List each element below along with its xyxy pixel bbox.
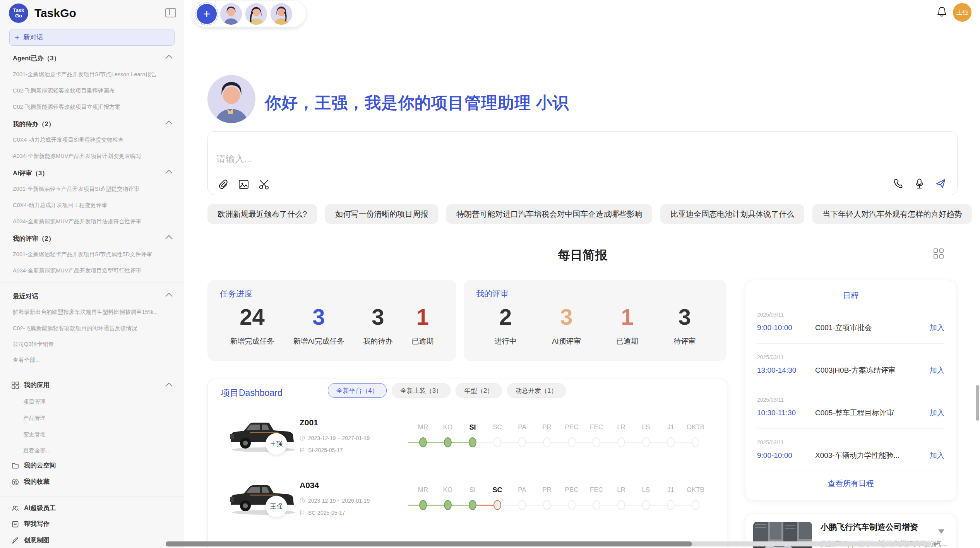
app-item-change-mgmt[interactable]: 变更管理 [23, 431, 164, 438]
avatar[interactable] [245, 3, 267, 25]
filter-pill[interactable]: 动总开发（1） [507, 383, 566, 398]
suggestion-chip[interactable]: 比亚迪全固态电池计划具体说了什么 [660, 204, 804, 224]
project-row[interactable]: 王强 Z001 2023-12-19 ~ 2027-01-19 SI-2025-… [227, 412, 722, 470]
recent-chat-item[interactable]: 公司Q3轻卡销量 [13, 341, 164, 348]
chevron-up-icon[interactable] [165, 55, 172, 62]
sidebar-item[interactable]: C02-飞腾新能源轻客改款项目里程碑画布 [13, 87, 164, 94]
my-apps-label: 我的应用 [24, 381, 50, 389]
sidebar-item[interactable]: C0X4-动力总成开发项目SI里程碑提交物检查 [13, 136, 164, 144]
milestone-label: FEC [584, 486, 609, 494]
sidebar-item-my-apps[interactable]: 我的应用 [12, 381, 163, 389]
suggestion-chip[interactable]: 如何写一份清晰的项目周报 [325, 204, 438, 224]
filter-pill[interactable]: 全新平台（4） [328, 383, 387, 398]
filter-pill[interactable]: 全新上装（3） [392, 383, 451, 398]
card-title: 任务进度 [220, 288, 252, 299]
milestone-track: MR KO SI SC PA PR PEC FEC LR LS J1 OKTB [411, 483, 708, 510]
sidebar-item[interactable]: A034-全新新能源MUV产品开发项目计划变更表编写 [13, 152, 164, 160]
stat: 1 已逾期 [616, 303, 638, 346]
stat-label: 新增AI完成任务 [293, 336, 344, 346]
project-row[interactable]: 王强 A034 2023-12-19 ~ 2026-01-19 SC-2025-… [227, 474, 722, 533]
user-avatar[interactable]: 王强 [953, 3, 971, 22]
app-item-product-mgmt[interactable]: 产品管理 [23, 414, 164, 422]
filter-pill[interactable]: 年型（2） [456, 383, 502, 398]
input-actions [893, 178, 946, 189]
join-link[interactable]: 加入 [930, 365, 944, 375]
sidebar-item[interactable]: Z001-全新燃油皮卡产品开发项目SI节点Lesson Learn报告 [13, 71, 164, 78]
milestone-dot [419, 500, 427, 510]
sidebar-item[interactable]: Z001-全新燃油轻卡产品开发项目SI造型提交物评审 [13, 185, 164, 193]
join-link[interactable]: 加入 [930, 408, 944, 418]
section-my-review[interactable]: 我的评审（2） [13, 235, 164, 243]
chevron-up-icon[interactable] [165, 293, 172, 300]
recent-chats-view-all[interactable]: 查看全部... [13, 356, 164, 364]
suggestion-chip[interactable]: 欧洲新规最近颁布了什么? [207, 204, 317, 224]
section-agent-done[interactable]: Agent已办（3） [13, 54, 164, 63]
horizontal-scrollbar-thumb[interactable] [166, 541, 692, 546]
milestone-label: PEC [559, 486, 584, 494]
add-conversation-button[interactable]: + [197, 4, 217, 24]
sidebar-item[interactable]: C0X4-动力总成开发项目工程变更评审 [13, 202, 164, 209]
suggestion-chip[interactable]: 当下年轻人对汽车外观有怎样的喜好趋势 [812, 204, 972, 224]
stat-label: AI预评审 [552, 336, 581, 346]
assistant-greeting: 你好，王强，我是你的项目管理助理 小识 [265, 92, 569, 114]
daily-briefing-title: 每日简报 [207, 247, 958, 264]
scissors-icon[interactable] [259, 179, 270, 190]
scroll-right-arrow[interactable] [934, 541, 938, 547]
phone-call-icon[interactable] [893, 178, 904, 189]
milestone: FEC [584, 483, 609, 510]
sidebar-collapse-icon[interactable] [165, 8, 176, 17]
milestone-dot [469, 500, 476, 510]
project-dates: 2023-12-19 ~ 2026-01-19 [300, 498, 370, 504]
sidebar-item-my-cloud[interactable]: 我的云空间 [12, 461, 163, 470]
layout-grid-icon[interactable] [934, 248, 944, 259]
milestone-track: MR KO SI SC PA PR PEC FEC LR LS J1 OKTB [411, 420, 708, 447]
sidebar-item[interactable]: Z001-全新燃油轻卡产品开发项目SI节点属性5D文件评审 [13, 251, 164, 258]
chat-input-box[interactable]: 请输入... [207, 131, 958, 195]
sidebar-item[interactable]: C02-飞腾新能源轻客改款项目立项汇报方案 [13, 103, 164, 111]
milestone-label: LR [609, 486, 634, 494]
my-favorites-label: 我的收藏 [24, 478, 50, 486]
milestone-dot [518, 500, 526, 510]
sidebar-item-ai-super-staff[interactable]: AI超级员工 [12, 504, 163, 512]
section-my-todo[interactable]: 我的待办（2） [13, 120, 164, 128]
milestone: J1 [658, 420, 683, 447]
vertical-scrollbar-thumb[interactable] [976, 385, 979, 421]
apps-view-all[interactable]: 查看全部... [23, 447, 164, 454]
schedule-date: 2025/03/11 [757, 312, 944, 318]
milestone: SC [485, 420, 510, 447]
join-link[interactable]: 加入 [930, 323, 944, 333]
scroll-down-arrow[interactable] [938, 529, 944, 534]
microphone-icon[interactable] [914, 178, 925, 189]
sidebar-item-creative-drawing[interactable]: 创意制图 [12, 536, 163, 545]
project-dashboard-card: 项目Dashboard 全新平台（4） 全新上装（3） 年型（2） 动总开发（1… [207, 379, 727, 548]
sidebar-item-my-favorites[interactable]: 我的收藏 [12, 478, 163, 486]
recent-chat-item[interactable]: 解释最新出台的欧盟报废车法规再生塑料比例被调至15%... [13, 308, 164, 316]
section-recent-chats[interactable]: 最近对话 [13, 292, 164, 301]
view-all-schedule-link[interactable]: 查看所有日程 [757, 471, 944, 496]
section-ai-review[interactable]: AI评审（3） [13, 169, 164, 178]
chevron-up-icon[interactable] [165, 170, 172, 176]
sidebar-item[interactable]: A034-全新新能源MUV产品开发项目法规符合性评审 [13, 218, 164, 225]
paperclip-icon[interactable] [218, 179, 229, 190]
sidebar-item[interactable]: A034-全新新能源MUV产品开发项目造型可行性评审 [13, 267, 164, 274]
milestone: LS [634, 420, 658, 447]
chevron-up-icon[interactable] [165, 382, 172, 389]
stat: 2 进行中 [495, 303, 517, 346]
suggestion-chip[interactable]: 特朗普可能对进口汽车增税会对中国车企造成哪些影响 [446, 204, 652, 224]
schedule-panel: 日程 2025/03/11 9:00-10:00 C001-立项审批会 加入 2… [745, 280, 956, 500]
chevron-up-icon[interactable] [165, 120, 172, 127]
recent-chat-item[interactable]: C02-飞腾新能源轻客改款项目的闭环通告反馈情况 [13, 325, 164, 332]
send-icon[interactable] [935, 178, 946, 189]
join-link[interactable]: 加入 [930, 450, 944, 461]
milestone: OKTB [683, 483, 708, 510]
app-item-project-mgmt[interactable]: 项目管理 [23, 398, 164, 406]
avatar[interactable] [220, 3, 242, 25]
new-chat-button[interactable]: + 新对话 [9, 29, 175, 46]
image-icon[interactable] [238, 179, 249, 190]
notification-bell-icon[interactable] [937, 6, 947, 18]
chevron-up-icon[interactable] [165, 235, 172, 242]
project-name: Z001 [300, 418, 318, 427]
avatar[interactable] [271, 3, 292, 25]
sidebar-item-help-me-write[interactable]: 帮我写作 [12, 520, 163, 528]
milestone-dot [593, 437, 600, 447]
